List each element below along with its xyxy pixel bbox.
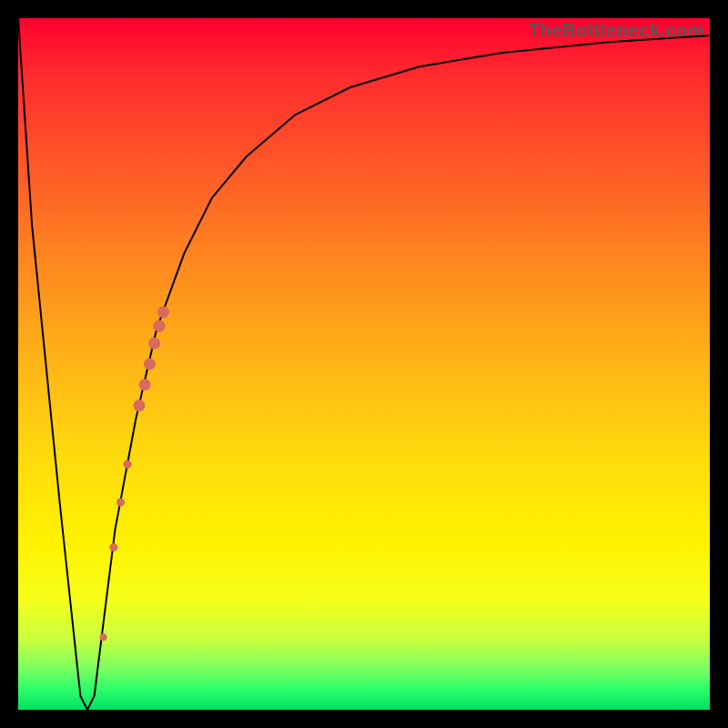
data-marker	[144, 359, 156, 370]
data-marker	[109, 543, 117, 551]
bottleneck-curve	[18, 18, 710, 710]
data-marker	[154, 320, 166, 332]
data-marker	[124, 460, 132, 469]
curve-layer	[18, 18, 710, 710]
data-marker	[139, 379, 151, 390]
marker-group	[100, 307, 170, 642]
data-marker	[100, 633, 107, 641]
chart-frame: TheBottleneck.com	[0, 0, 728, 728]
plot-area: TheBottleneck.com	[18, 18, 710, 710]
data-marker	[116, 499, 125, 507]
data-marker	[157, 307, 169, 318]
data-marker	[134, 399, 146, 411]
data-marker	[148, 338, 160, 349]
